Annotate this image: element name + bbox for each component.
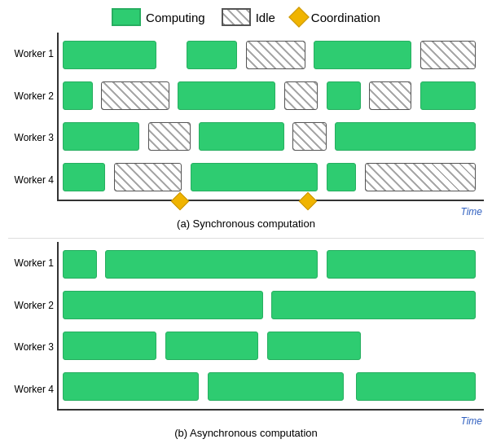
bar xyxy=(292,122,327,151)
time-label-a: Time xyxy=(460,206,482,217)
chart-a: Worker 4 Worker 3 Worker 2 Worker 1 xyxy=(8,33,484,216)
idle-label: Idle xyxy=(256,11,275,24)
y-labels-b: Worker 4 Worker 3 Worker 2 Worker 1 xyxy=(8,242,57,425)
section-divider xyxy=(8,238,484,239)
bar xyxy=(63,122,139,151)
main-container: Computing Idle Coordination Worker 4 Wor… xyxy=(0,0,492,448)
bar xyxy=(271,291,476,319)
bar xyxy=(63,163,105,191)
worker-label-1a: Worker 1 xyxy=(8,49,54,59)
bar xyxy=(101,81,169,110)
bar xyxy=(356,372,475,401)
legend: Computing Idle Coordination xyxy=(8,8,484,26)
idle-icon xyxy=(222,8,251,26)
bar xyxy=(327,250,476,279)
time-label-b: Time xyxy=(460,415,482,427)
worker-row-2a xyxy=(59,75,484,116)
y-labels-a: Worker 4 Worker 3 Worker 2 Worker 1 xyxy=(8,33,57,216)
bar xyxy=(284,81,318,110)
coordination-label: Coordination xyxy=(311,11,380,24)
coordination-icon xyxy=(288,7,309,27)
bar xyxy=(327,81,361,110)
bar xyxy=(314,41,411,69)
worker-label-3b: Worker 3 xyxy=(8,342,54,352)
chart-body-a: Time xyxy=(57,33,484,216)
worker-label-4a: Worker 4 xyxy=(8,175,54,185)
chart-b: Worker 4 Worker 3 Worker 2 Worker 1 xyxy=(8,242,484,425)
bar xyxy=(63,81,93,110)
legend-coordination: Coordination xyxy=(292,10,380,24)
bar xyxy=(335,122,475,151)
axis-bottom-a: Time xyxy=(57,201,484,216)
worker-row-2b xyxy=(59,284,484,325)
worker-label-4b: Worker 4 xyxy=(8,384,54,394)
bar xyxy=(246,41,305,69)
computing-label: Computing xyxy=(146,11,205,24)
rows-area-b xyxy=(57,242,484,411)
rows-area-a xyxy=(57,33,484,201)
bar xyxy=(267,332,361,360)
worker-row-4a xyxy=(59,157,484,198)
bar xyxy=(178,81,275,110)
bar xyxy=(165,332,259,360)
chart-body-b: Time xyxy=(57,242,484,425)
worker-label-2b: Worker 2 xyxy=(8,301,54,310)
bar xyxy=(187,41,238,69)
worker-row-1b xyxy=(59,244,484,284)
legend-computing: Computing xyxy=(112,8,205,26)
worker-label-3a: Worker 3 xyxy=(8,133,54,143)
bar xyxy=(114,163,182,191)
bar xyxy=(191,163,318,191)
bar xyxy=(365,163,476,191)
worker-row-4b xyxy=(59,367,484,407)
worker-label-1b: Worker 1 xyxy=(8,258,54,268)
bar xyxy=(63,372,199,401)
section-synchronous: Worker 4 Worker 3 Worker 2 Worker 1 xyxy=(8,33,484,235)
axis-bottom-b: Time xyxy=(57,411,484,425)
worker-row-3a xyxy=(59,116,484,157)
bar xyxy=(208,372,344,401)
bar xyxy=(148,122,191,151)
bar xyxy=(63,41,156,69)
worker-row-3b xyxy=(59,326,484,367)
legend-idle: Idle xyxy=(222,8,275,26)
bar xyxy=(63,332,156,360)
caption-b: (b) Asynchronous computation xyxy=(8,427,484,439)
bar xyxy=(63,291,262,319)
bar xyxy=(327,163,357,191)
worker-label-2a: Worker 2 xyxy=(8,91,54,101)
bar xyxy=(199,122,283,151)
bar xyxy=(369,81,411,110)
bar xyxy=(63,250,97,279)
bar xyxy=(105,250,318,279)
section-asynchronous: Worker 4 Worker 3 Worker 2 Worker 1 xyxy=(8,242,484,444)
bar xyxy=(420,41,476,69)
computing-icon xyxy=(112,8,141,26)
caption-a: (a) Synchronous computation xyxy=(8,217,484,230)
worker-row-1a xyxy=(59,34,484,75)
bar xyxy=(420,81,476,110)
